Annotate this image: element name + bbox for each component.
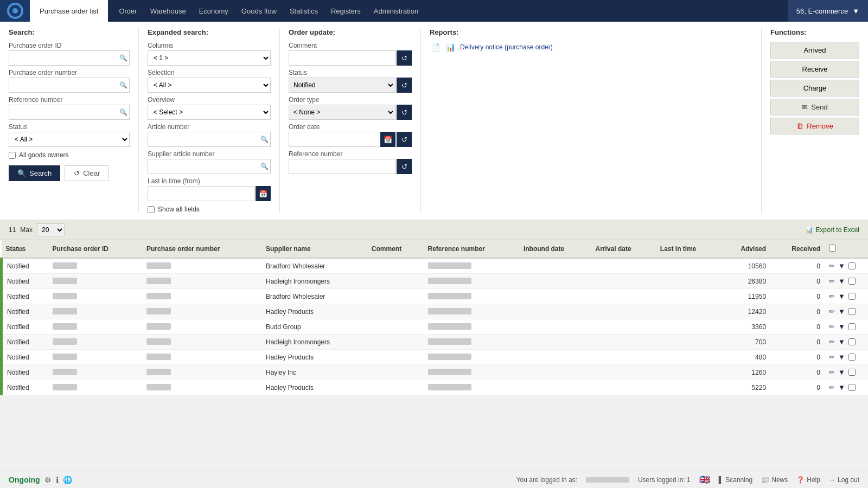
order-type-refresh-btn[interactable]: ↺ — [397, 105, 412, 120]
order-date-refresh-btn[interactable]: ↺ — [397, 132, 412, 147]
row-status: Notified — [2, 258, 48, 274]
row-actions-cell: ✏ ▼ — [825, 258, 868, 274]
row-comment — [367, 380, 424, 395]
reference-number-input[interactable] — [9, 105, 130, 120]
chevron-down-icon[interactable]: ▼ — [838, 307, 845, 316]
max-select[interactable]: 20 50 100 — [37, 223, 65, 236]
chevron-down-icon[interactable]: ▼ — [838, 262, 845, 270]
select-all-checkbox[interactable] — [829, 245, 836, 252]
receive-button[interactable]: Receive — [770, 61, 859, 78]
edit-icon[interactable]: ✏ — [829, 277, 835, 285]
chevron-down-icon[interactable]: ▼ — [838, 338, 845, 346]
article-number-input[interactable] — [148, 132, 271, 147]
clear-button[interactable]: ↺ Clear — [65, 165, 109, 181]
edit-icon[interactable]: ✏ — [829, 307, 835, 316]
row-received: 0 — [770, 350, 825, 365]
status-refresh-btn[interactable]: ↺ — [397, 78, 412, 93]
order-date-input[interactable] — [289, 132, 379, 147]
row-supplier-name: Hayley Inc — [261, 365, 367, 380]
chevron-down-icon[interactable]: ▼ — [838, 323, 845, 331]
edit-icon[interactable]: ✏ — [829, 368, 835, 376]
columns-select[interactable]: < 1 > < 2 > — [148, 50, 271, 66]
purchase-order-number-input[interactable] — [9, 78, 130, 93]
edit-icon[interactable]: ✏ — [829, 323, 835, 331]
row-supplier-name: Hadley Products — [261, 380, 367, 395]
order-type-select[interactable]: < None > Type 1 — [289, 105, 395, 120]
row-checkbox[interactable] — [848, 354, 856, 361]
excel-icon[interactable]: 📊 — [445, 42, 456, 53]
col-actions — [825, 240, 868, 258]
report-icons-row: 📄 📊 Delivery notice (purchase order) — [430, 42, 752, 53]
row-last-in-time — [656, 304, 721, 319]
row-checkbox[interactable] — [848, 278, 856, 285]
row-inbound-date — [519, 335, 591, 350]
supplier-article-number-input[interactable] — [148, 159, 271, 174]
all-goods-owners-label: All goods owners — [19, 151, 68, 159]
comment-input[interactable] — [289, 50, 395, 66]
row-po-number — [142, 289, 261, 304]
row-reference-number — [424, 319, 519, 335]
row-checkbox[interactable] — [848, 323, 856, 330]
order-type-label: Order type — [289, 96, 412, 104]
row-checkbox[interactable] — [848, 369, 856, 376]
nav-administration[interactable]: Administration — [374, 7, 418, 15]
selection-select[interactable]: < All > Selected — [148, 78, 271, 93]
row-po-id — [48, 350, 142, 365]
search-icon2: 🔍 — [119, 81, 127, 89]
row-checkbox[interactable] — [848, 384, 856, 391]
chevron-down-icon[interactable]: ▼ — [838, 277, 845, 285]
edit-icon[interactable]: ✏ — [829, 353, 835, 361]
nav-economy[interactable]: Economy — [199, 7, 228, 15]
export-excel-button[interactable]: 📊 Export to Excel — [805, 226, 859, 234]
order-date-calendar-btn[interactable]: 📅 — [380, 132, 395, 147]
row-supplier-name: Hadley Products — [261, 304, 367, 319]
nav-statistics[interactable]: Statistics — [290, 7, 318, 15]
reference-number-label: Reference number — [9, 96, 130, 104]
nav-goodsflow[interactable]: Goods flow — [241, 7, 277, 15]
row-checkbox[interactable] — [848, 293, 856, 300]
edit-icon[interactable]: ✏ — [829, 292, 835, 300]
row-supplier-name: Bradford Wholesaler — [261, 289, 367, 304]
nav-warehouse[interactable]: Warehouse — [150, 7, 186, 15]
status-select[interactable]: < All > Notified Received Closed — [9, 132, 130, 147]
row-checkbox[interactable] — [848, 308, 856, 315]
all-goods-owners-checkbox[interactable] — [9, 152, 16, 159]
charge-button[interactable]: Charge — [770, 80, 859, 97]
search-button[interactable]: 🔍 Search — [9, 165, 60, 181]
pdf-icon[interactable]: 📄 — [430, 42, 441, 53]
chevron-down-icon[interactable]: ▼ — [838, 292, 845, 300]
nav-order[interactable]: Order — [119, 7, 137, 15]
arrived-button[interactable]: Arrived — [770, 42, 859, 59]
last-in-time-input[interactable] — [148, 186, 254, 201]
edit-icon[interactable]: ✏ — [829, 338, 835, 346]
show-all-fields-checkbox[interactable] — [148, 206, 155, 213]
row-arrival-date — [591, 274, 656, 289]
search-icon3: 🔍 — [119, 108, 127, 116]
ecommerce-selector[interactable]: 56, E-commerce ▼ — [788, 0, 868, 22]
row-arrival-date — [591, 304, 656, 319]
send-button[interactable]: ✉ Send — [770, 99, 859, 115]
order-update-status-select[interactable]: Notified Received Closed — [289, 78, 395, 93]
last-in-time-calendar-btn[interactable]: 📅 — [256, 186, 271, 201]
reference-refresh-btn[interactable]: ↺ — [397, 159, 412, 174]
nav-registers[interactable]: Registers — [331, 7, 361, 15]
edit-icon[interactable]: ✏ — [829, 383, 835, 391]
chevron-down-icon[interactable]: ▼ — [838, 383, 845, 391]
chevron-down-icon[interactable]: ▼ — [838, 368, 845, 376]
chevron-down-icon[interactable]: ▼ — [838, 353, 845, 361]
purchase-order-id-input[interactable] — [9, 50, 130, 66]
comment-refresh-btn[interactable]: ↺ — [397, 50, 412, 66]
update-reference-number-input[interactable] — [289, 159, 395, 174]
order-update-title: Order update: — [289, 28, 412, 36]
row-comment — [367, 365, 424, 380]
overview-select[interactable]: < Select > Option 1 — [148, 105, 271, 120]
remove-button[interactable]: 🗑 Remove — [770, 118, 859, 134]
row-checkbox[interactable] — [848, 338, 856, 345]
delivery-notice-link[interactable]: Delivery notice (purchase order) — [460, 43, 553, 51]
expanded-search-section: Expanded search: Columns < 1 > < 2 > Sel… — [139, 28, 280, 213]
row-reference-number — [424, 304, 519, 319]
edit-icon[interactable]: ✏ — [829, 262, 835, 270]
show-all-fields-label: Show all fields — [158, 206, 200, 213]
active-tab[interactable]: Purchase order list — [30, 0, 108, 22]
row-checkbox[interactable] — [848, 262, 856, 269]
